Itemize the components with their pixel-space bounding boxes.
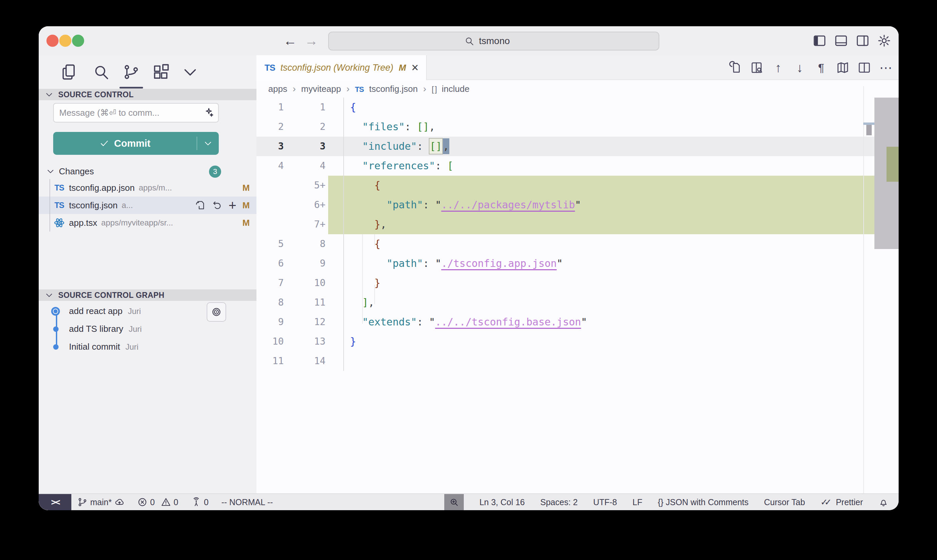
split-editor-icon[interactable] — [858, 61, 871, 74]
code-line[interactable]: 44 "references": [ — [257, 156, 899, 176]
breadcrumb-item-include[interactable]: include — [442, 84, 469, 94]
changes-section-header[interactable]: Changes 3 — [39, 163, 257, 179]
branch-indicator[interactable]: main* — [77, 497, 125, 507]
scrollbar-thumb[interactable] — [874, 98, 899, 249]
zoom-window-button[interactable] — [72, 35, 84, 47]
file-link[interactable]: ../../tsconfig.base.json — [435, 316, 581, 328]
array-icon: [ ] — [432, 84, 437, 94]
code-line[interactable]: 811 ], — [257, 293, 899, 312]
search-input[interactable] — [478, 35, 523, 47]
code-text[interactable]: "path": "../../packages/mytslib" — [344, 195, 899, 215]
code-text[interactable]: { — [344, 176, 899, 195]
code-text[interactable]: { — [344, 234, 899, 254]
code-line[interactable]: 1013} — [257, 332, 899, 351]
ellipsis-icon[interactable]: ⋯ — [879, 61, 892, 74]
changed-file-row-tsconfig.json[interactable]: TStsconfig.jsona...+M — [39, 197, 257, 214]
problems-indicator[interactable]: 0 0 — [137, 497, 178, 507]
status-item-utf-8[interactable]: UTF-8 — [593, 497, 617, 507]
code-text[interactable]: ], — [344, 293, 899, 312]
breadcrumb-item-apps[interactable]: apps — [268, 84, 287, 94]
activity-bar-item-chevron-down[interactable] — [182, 63, 199, 81]
minimap-content-block[interactable] — [866, 125, 872, 135]
cloud-upload-icon[interactable] — [114, 497, 125, 507]
code-text[interactable]: "include": [], — [344, 137, 899, 156]
status-item-spaces-2[interactable]: Spaces: 2 — [540, 497, 577, 507]
open-file-icon[interactable] — [195, 200, 206, 211]
commit-row[interactable]: add react appJuri — [39, 302, 257, 320]
code-text[interactable]: } — [344, 332, 899, 351]
arrow-down-icon[interactable]: ↓ — [793, 61, 806, 74]
status-item-ln-3-col-16[interactable]: Ln 3, Col 16 — [479, 497, 525, 507]
activity-bar-item-search[interactable] — [92, 63, 110, 81]
goto-current-commit-button[interactable] — [207, 302, 226, 322]
layout-panel-icon[interactable] — [834, 34, 848, 48]
commit-message-input[interactable] — [54, 108, 203, 118]
token — [350, 238, 374, 250]
code-line[interactable]: 22 "files": [], — [257, 117, 899, 137]
code-line[interactable]: 1114 — [257, 351, 899, 371]
commit-dot — [53, 344, 58, 350]
notifications-bell-button[interactable] — [879, 497, 889, 507]
navigate-forward-button[interactable]: → — [303, 26, 320, 55]
code-line[interactable]: 69 "path": "./tsconfig.app.json" — [257, 254, 899, 273]
activity-bar-item-files[interactable] — [60, 63, 78, 81]
sparkle-icon[interactable] — [203, 107, 214, 118]
layout-sidebar-left-icon[interactable] — [812, 34, 826, 48]
ports-indicator[interactable]: 0 — [191, 497, 209, 507]
code-text[interactable]: "path": "./tsconfig.app.json" — [344, 254, 899, 273]
arrow-up-icon[interactable]: ↑ — [771, 61, 785, 74]
code-text[interactable]: } — [344, 273, 899, 293]
code-text[interactable]: "extends": "../../tsconfig.base.json" — [344, 312, 899, 332]
close-window-button[interactable] — [46, 35, 58, 47]
tab-tsconfig-working-tree[interactable]: TS tsconfig.json (Working Tree) M × — [257, 55, 427, 80]
commit-author: Juri — [129, 325, 142, 334]
code-line[interactable]: 5+ { — [257, 176, 899, 195]
status-item--json-with-comments[interactable]: {} JSON with Comments — [658, 497, 749, 507]
minimize-window-button[interactable] — [59, 35, 71, 47]
layout-sidebar-right-icon[interactable] — [855, 34, 870, 48]
inline-view-icon[interactable] — [750, 61, 763, 74]
zoom-indicator[interactable] — [444, 494, 464, 510]
code-text[interactable]: "files": [], — [344, 117, 899, 137]
breadcrumb-item-tsconfig.json[interactable]: tsconfig.json — [369, 84, 418, 94]
commit-row[interactable]: Initial commitJuri — [39, 338, 257, 356]
discard-icon[interactable] — [212, 200, 223, 211]
chevron-down-icon — [45, 291, 54, 300]
commit-dropdown-button[interactable] — [197, 138, 219, 148]
commit-message-box[interactable] — [53, 103, 219, 123]
changed-file-row-app.tsx[interactable]: app.tsxapps/myviteapp/sr...M — [39, 214, 257, 232]
source-control-graph-section-header[interactable]: SOURCE CONTROL GRAPH — [39, 289, 257, 301]
code-text[interactable]: { — [344, 98, 899, 117]
remote-indicator[interactable]: >< — [39, 494, 71, 510]
code-line[interactable]: 11{ — [257, 98, 899, 117]
code-text[interactable]: "references": [ — [344, 156, 899, 176]
code-text[interactable]: }, — [344, 215, 899, 234]
code-line[interactable]: 6+ "path": "../../packages/mytslib" — [257, 195, 899, 215]
activity-bar-item-source-control[interactable] — [123, 63, 140, 81]
command-center-search[interactable] — [328, 32, 659, 51]
code-line[interactable]: 7+ }, — [257, 215, 899, 234]
source-control-section-header[interactable]: SOURCE CONTROL — [39, 89, 257, 100]
file-link[interactable]: ./tsconfig.app.json — [441, 257, 557, 269]
code-line[interactable]: 912 "extends": "../../tsconfig.base.json… — [257, 312, 899, 332]
pilcrow-icon[interactable]: ¶ — [814, 61, 828, 74]
code-line[interactable]: 33 "include": [], — [257, 137, 899, 156]
activity-bar-item-extensions[interactable] — [153, 63, 170, 81]
open-changes-icon[interactable] — [728, 61, 742, 74]
changed-file-row-tsconfig.app.json[interactable]: TStsconfig.app.jsonapps/m...M — [39, 179, 257, 197]
status-item-lf[interactable]: LF — [632, 497, 642, 507]
navigate-back-button[interactable]: ← — [282, 26, 298, 55]
file-link[interactable]: ../../packages/mytslib — [441, 199, 575, 211]
close-icon[interactable]: × — [412, 62, 419, 74]
status-item-cursor-tab[interactable]: Cursor Tab — [764, 497, 805, 507]
code-line[interactable]: 58 { — [257, 234, 899, 254]
commit-button[interactable]: Commit — [53, 132, 219, 155]
code-line[interactable]: 710 } — [257, 273, 899, 293]
stage-icon[interactable]: + — [229, 200, 236, 211]
code-text[interactable] — [344, 351, 899, 371]
commit-row[interactable]: add TS libraryJuri — [39, 320, 257, 338]
status-item-prettier[interactable]: ✓✓Prettier — [820, 497, 863, 508]
gear-icon[interactable] — [877, 34, 891, 48]
map-icon[interactable] — [836, 61, 849, 74]
breadcrumb-item-myviteapp[interactable]: myviteapp — [301, 84, 341, 94]
